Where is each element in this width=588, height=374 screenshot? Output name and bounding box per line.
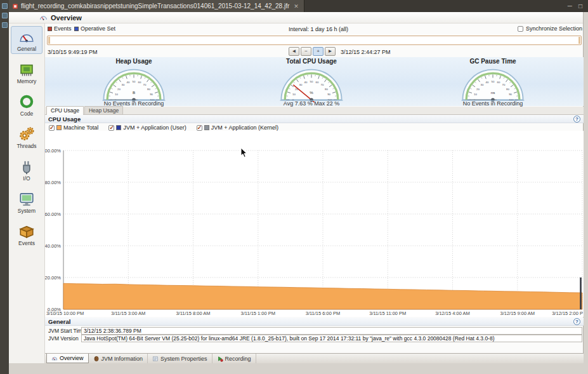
gauge-dial: 0102030405060708090100ns xyxy=(454,65,532,103)
threads-icon xyxy=(18,126,35,142)
bottom-tab-overview[interactable]: Overview xyxy=(46,354,89,363)
svg-text:50: 50 xyxy=(492,80,495,83)
cpu-usage-chart[interactable]: 0.00%20.00%40.00%60.00%80.00%100.00%3/10… xyxy=(45,131,584,317)
pan-left-button[interactable]: ◄ xyxy=(289,47,299,56)
events-toggle[interactable]: Events xyxy=(48,25,72,32)
svg-text:40: 40 xyxy=(486,81,489,84)
gauge-unit: % xyxy=(310,90,313,95)
range-zoom-buttons: ◄−+► xyxy=(289,47,336,56)
gauge-heap-usage: Heap Usage0102030405060708090100BNo Even… xyxy=(64,58,204,107)
sidebar-item-label: System xyxy=(18,208,36,214)
views-icon[interactable] xyxy=(2,13,8,18)
gauge-icon xyxy=(51,355,58,361)
operative-set-label: Operative Set xyxy=(81,25,115,32)
sidebar-item-i-o[interactable]: I/O xyxy=(11,156,42,184)
legend-checkbox[interactable] xyxy=(108,125,114,131)
tab-close-icon[interactable]: ✕ xyxy=(294,3,299,10)
svg-text:40: 40 xyxy=(127,81,130,84)
svg-text:90: 90 xyxy=(150,93,153,96)
zoom-in-button[interactable]: + xyxy=(313,47,323,56)
legend-item-1[interactable]: Machine Total xyxy=(49,124,98,131)
field-value[interactable]: Java HotSpot(TM) 64-Bit Server VM (25.25… xyxy=(81,335,582,342)
section-sidebar: GeneralMemoryCodeThreadsI/OSystemEvents xyxy=(9,23,45,363)
gauge-title: Total CPU Usage xyxy=(286,58,337,65)
synchronize-label: Synchronize Selection xyxy=(526,25,582,32)
bottom-tab-label: JVM Information xyxy=(101,356,143,362)
pan-right-button[interactable]: ► xyxy=(325,47,336,56)
synchronize-checkbox[interactable] xyxy=(518,26,523,32)
operative-set-icon xyxy=(74,27,79,31)
svg-text:60: 60 xyxy=(497,81,500,84)
bottom-tab-label: System Properties xyxy=(160,356,207,362)
bottom-tab-label: Recording xyxy=(225,356,251,362)
legend-item-3[interactable]: JVM + Application (Kernel) xyxy=(197,124,278,131)
legend-label: JVM + Application (Kernel) xyxy=(211,124,278,131)
sidebar-item-events[interactable]: Events xyxy=(11,220,42,248)
legend-label: Machine Total xyxy=(63,124,98,131)
svg-text:70: 70 xyxy=(502,83,506,86)
legend-checkbox[interactable] xyxy=(49,125,55,131)
y-axis-label: 60.00% xyxy=(45,211,61,217)
events-icon xyxy=(48,27,52,31)
system-icon xyxy=(18,190,35,207)
svg-text:90: 90 xyxy=(327,93,330,96)
legend-checkbox[interactable] xyxy=(197,125,202,131)
overview-icon xyxy=(39,13,48,22)
content: Events Operative Set Interval: 1 day 16 … xyxy=(45,23,584,363)
bottom-tab-recording[interactable]: Recording xyxy=(212,354,256,363)
bottom-tab-jvm-information[interactable]: JVM Information xyxy=(89,354,148,363)
io-icon xyxy=(18,158,35,175)
help-icon[interactable]: ? xyxy=(573,116,580,123)
minimize-icon[interactable]: ─ xyxy=(568,3,572,10)
range-handle-right[interactable] xyxy=(578,37,580,44)
svg-text:10: 10 xyxy=(292,93,296,96)
sidebar-item-label: Events xyxy=(18,240,35,246)
editor-tab[interactable]: flight_recording_comkabirasnippetstuning… xyxy=(9,0,304,12)
gauge-title: Heap Usage xyxy=(115,58,152,65)
interval-label: Interval: 1 day 16 h (all) xyxy=(289,26,348,32)
dashboard-gauges: Heap Usage0102030405060708090100BNo Even… xyxy=(45,57,584,106)
field-value[interactable]: 3/12/15 2:38:36.789 PM xyxy=(81,327,582,335)
general-section-header: General ? xyxy=(45,317,584,326)
sidebar-item-general[interactable]: General xyxy=(11,26,42,54)
time-range-selector[interactable] xyxy=(47,36,582,45)
gauge-dial: 0102030405060708090100B xyxy=(95,65,173,103)
perspective-icon[interactable] xyxy=(2,3,8,9)
legend-item-2[interactable]: JVM + Application (User) xyxy=(108,124,186,131)
sidebar-item-label: Code xyxy=(20,110,33,117)
zoom-out-button[interactable]: − xyxy=(301,47,311,56)
subtab-cpu-usage[interactable]: CPU Usage xyxy=(46,106,84,115)
bottom-tab-bar: OverviewJVM InformationSystem Properties… xyxy=(45,353,584,363)
x-axis-label: 3/11/15 3:00 AM xyxy=(111,311,145,316)
x-axis-label: 3/12/15 4:00 AM xyxy=(435,311,470,316)
maximize-icon[interactable]: □ xyxy=(578,3,582,10)
range-handle-left[interactable] xyxy=(48,37,50,44)
synchronize-selection: Synchronize Selection xyxy=(518,25,582,32)
sidebar-item-threads[interactable]: Threads xyxy=(11,123,42,151)
jfr-file-icon xyxy=(12,3,18,10)
editor-tab-title: flight_recording_comkabirasnippetstuning… xyxy=(21,3,289,10)
sidebar-item-memory[interactable]: Memory xyxy=(11,58,42,86)
svg-text:70: 70 xyxy=(143,83,147,86)
gauge-unit: ns xyxy=(491,90,495,95)
x-axis-label: 3/12/15 9:00 AM xyxy=(500,311,535,316)
bottom-tab-system-properties[interactable]: System Properties xyxy=(148,354,212,363)
fastview-icon[interactable] xyxy=(2,22,8,28)
coffee-icon xyxy=(93,356,100,362)
x-axis-label: 3/11/15 1:00 PM xyxy=(241,311,275,316)
y-axis-label: 80.00% xyxy=(45,180,61,185)
subtab-heap-usage[interactable]: Heap Usage xyxy=(84,106,123,114)
operative-set-toggle[interactable]: Operative Set xyxy=(74,25,115,32)
svg-text:50: 50 xyxy=(310,80,313,83)
sidebar-item-code[interactable]: Code xyxy=(11,91,42,119)
cpu-usage-section-header: CPU Usage ? xyxy=(45,115,584,123)
sidebar-item-system[interactable]: System xyxy=(11,188,42,216)
code-icon xyxy=(18,93,35,110)
help-icon[interactable]: ? xyxy=(573,318,580,325)
series-color-swatch xyxy=(204,125,209,130)
memory-icon xyxy=(18,61,35,77)
workbench-left-strip xyxy=(0,0,9,374)
general-section-title: General xyxy=(48,318,70,325)
gauge-title: GC Pause Time xyxy=(469,58,516,65)
sidebar-item-label: Memory xyxy=(17,78,37,84)
